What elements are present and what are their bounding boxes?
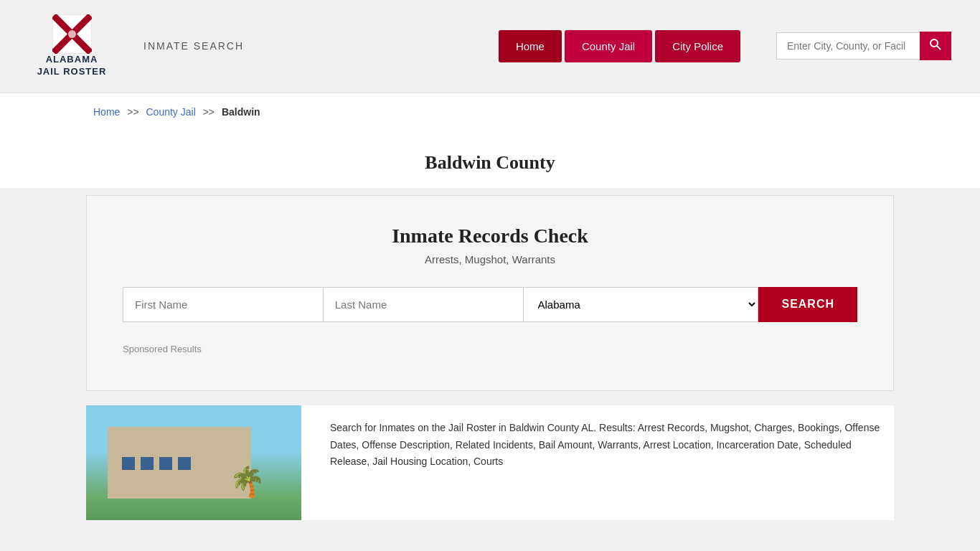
inmate-search-label: INMATE SEARCH [143,40,244,52]
building-image: 🌴 [86,405,301,520]
page-title-area: Baldwin County [0,131,980,188]
breadcrumb: Home >> County Jail >> Baldwin [0,93,980,131]
description-text: Search for Inmates on the Jail Roster in… [323,405,894,520]
search-icon [930,39,941,50]
state-select[interactable]: AlabamaAlaskaArizonaArkansasCaliforniaCo… [523,287,759,322]
page-title: Baldwin County [14,152,966,174]
breadcrumb-home-link[interactable]: Home [93,106,120,118]
logo-text: ALABAMA JAIL ROSTER [37,54,107,78]
window-1 [122,457,135,470]
logo-area: ALABAMA JAIL ROSTER [29,14,115,78]
nav-county-jail-button[interactable]: County Jail [565,30,652,62]
window-4 [178,457,191,470]
nav-home-button[interactable]: Home [499,30,562,62]
svg-point-3 [68,30,76,38]
header-search-button[interactable] [920,32,951,60]
first-name-input[interactable] [123,287,323,322]
inmate-search-form: AlabamaAlaskaArizonaArkansasCaliforniaCo… [123,287,857,322]
breadcrumb-sep-1: >> [127,106,138,118]
header-search-input[interactable] [776,32,920,60]
inmate-records-card: Inmate Records Check Arrests, Mugshot, W… [86,195,894,391]
breadcrumb-county-jail-link[interactable]: County Jail [146,106,196,118]
alabama-flag-icon [52,14,92,54]
card-subtitle: Arrests, Mugshot, Warrants [123,253,857,265]
last-name-input[interactable] [323,287,523,322]
svg-line-5 [937,46,941,50]
palm-tree-icon: 🌴 [230,465,265,499]
site-header: ALABAMA JAIL ROSTER INMATE SEARCH Home C… [0,0,980,93]
svg-point-4 [930,39,938,47]
nav-city-police-button[interactable]: City Police [655,30,740,62]
sponsored-results-label: Sponsored Results [123,344,857,354]
window-3 [159,457,172,470]
breadcrumb-current: Baldwin [222,106,260,118]
breadcrumb-sep-2: >> [203,106,215,118]
search-button[interactable]: SEARCH [758,287,857,322]
window-2 [141,457,154,470]
header-search-area [776,32,951,60]
card-title: Inmate Records Check [123,225,857,248]
main-nav: Home County Jail City Police [499,30,740,62]
bottom-section: 🌴 Search for Inmates on the Jail Roster … [86,405,894,520]
building-windows [122,457,191,470]
